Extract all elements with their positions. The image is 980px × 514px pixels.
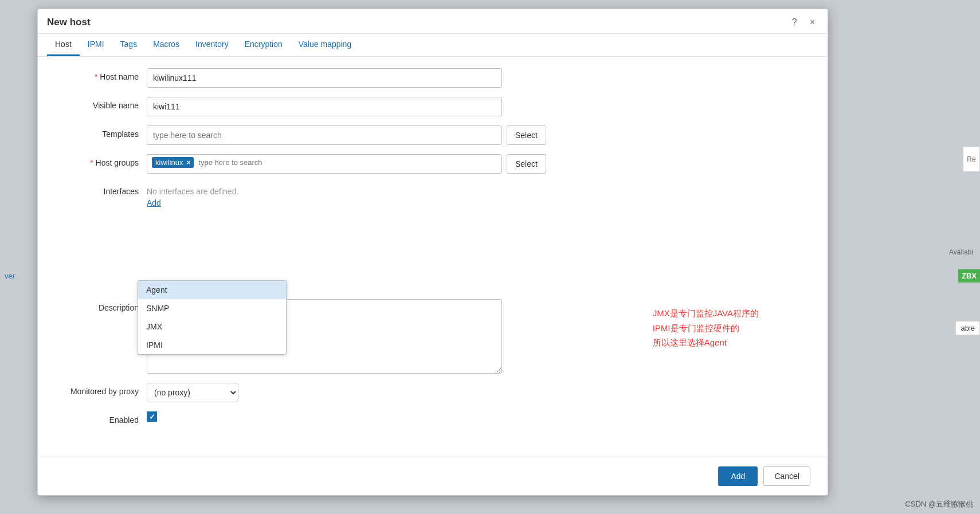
templates-select-button[interactable]: Select	[507, 125, 546, 145]
annotation-line2: IPMI是专门监控硬件的	[653, 321, 759, 336]
close-button[interactable]: ×	[806, 16, 818, 29]
enabled-label: Enabled	[55, 411, 147, 425]
form-body: Host name Visible name Templates Select …	[38, 57, 828, 445]
tab-encryption[interactable]: Encryption	[237, 34, 291, 56]
tab-ipmi[interactable]: IPMI	[80, 34, 112, 56]
modal-header-icons: ? ×	[789, 16, 818, 29]
host-name-row: Host name	[55, 68, 810, 88]
templates-label: Templates	[55, 125, 147, 139]
dropdown-item-agent[interactable]: Agent	[138, 281, 286, 299]
host-groups-input-group: kiwilinux × Select	[147, 154, 810, 174]
interfaces-row: Interfaces No interfaces are defined. Ad…	[55, 183, 810, 207]
add-interface-link[interactable]: Add	[147, 196, 161, 207]
attribution-text: CSDN @五维猕猴桃	[905, 499, 973, 509]
modal-title: New host	[47, 17, 91, 28]
visible-name-input[interactable]	[147, 97, 502, 116]
description-label: Description	[55, 299, 147, 312]
new-host-dialog: New host ? × Host IPMI Tags Macros Inven…	[37, 9, 828, 496]
host-groups-select-button[interactable]: Select	[507, 154, 546, 174]
modal-footer: Add Cancel	[38, 457, 828, 495]
right-edge-zbx: ZBX	[958, 269, 980, 282]
right-edge-re: Re	[963, 146, 980, 172]
tab-tags[interactable]: Tags	[112, 34, 146, 56]
interfaces-label: Interfaces	[55, 183, 147, 196]
dropdown-item-ipmi[interactable]: IPMI	[138, 336, 286, 354]
tag-close-icon[interactable]: ×	[186, 159, 190, 167]
host-group-tag: kiwilinux ×	[152, 157, 194, 168]
dropdown-item-snmp[interactable]: SNMP	[138, 299, 286, 317]
annotation-line1: JMX是专门监控JAVA程序的	[653, 306, 759, 321]
host-groups-box[interactable]: kiwilinux ×	[147, 154, 502, 174]
add-button[interactable]: Add	[718, 466, 758, 486]
enabled-row: Enabled	[55, 411, 810, 425]
annotation-line3: 所以这里选择Agent	[653, 335, 759, 350]
help-button[interactable]: ?	[789, 16, 801, 29]
proxy-row: Monitored by proxy (no proxy)	[55, 383, 810, 402]
dropdown-item-jmx[interactable]: JMX	[138, 317, 286, 336]
proxy-select[interactable]: (no proxy)	[147, 383, 238, 402]
interfaces-dropdown: Agent SNMP JMX IPMI	[138, 280, 287, 355]
tab-value-mapping[interactable]: Value mapping	[291, 34, 359, 56]
cancel-button[interactable]: Cancel	[763, 466, 810, 486]
right-edge-able: able	[955, 321, 980, 335]
enabled-checkbox[interactable]	[147, 411, 157, 422]
interfaces-content: No interfaces are defined. Add Agent SNM…	[147, 183, 238, 207]
host-groups-label: Host groups	[55, 154, 147, 167]
tab-bar: Host IPMI Tags Macros Inventory Encrypti…	[38, 34, 828, 57]
templates-row: Templates Select	[55, 125, 810, 145]
templates-input-group: Select	[147, 125, 810, 145]
tab-host[interactable]: Host	[47, 34, 80, 56]
host-name-input[interactable]	[147, 68, 502, 88]
right-edge-available: Availabi	[946, 246, 980, 258]
interfaces-empty-text: No interfaces are defined.	[147, 183, 238, 196]
tab-inventory[interactable]: Inventory	[187, 34, 237, 56]
proxy-label: Monitored by proxy	[55, 383, 147, 396]
tab-macros[interactable]: Macros	[145, 34, 187, 56]
host-groups-row: Host groups kiwilinux × Select	[55, 154, 810, 174]
visible-name-row: Visible name	[55, 97, 810, 116]
templates-search-input[interactable]	[147, 125, 502, 145]
host-name-label: Host name	[55, 68, 147, 81]
modal-header: New host ? ×	[38, 9, 828, 34]
right-edge-ver: ver	[0, 269, 19, 282]
host-groups-search-input[interactable]	[198, 157, 313, 168]
annotation-overlay: JMX是专门监控JAVA程序的 IPMI是专门监控硬件的 所以这里选择Agent	[653, 306, 759, 350]
visible-name-label: Visible name	[55, 97, 147, 110]
